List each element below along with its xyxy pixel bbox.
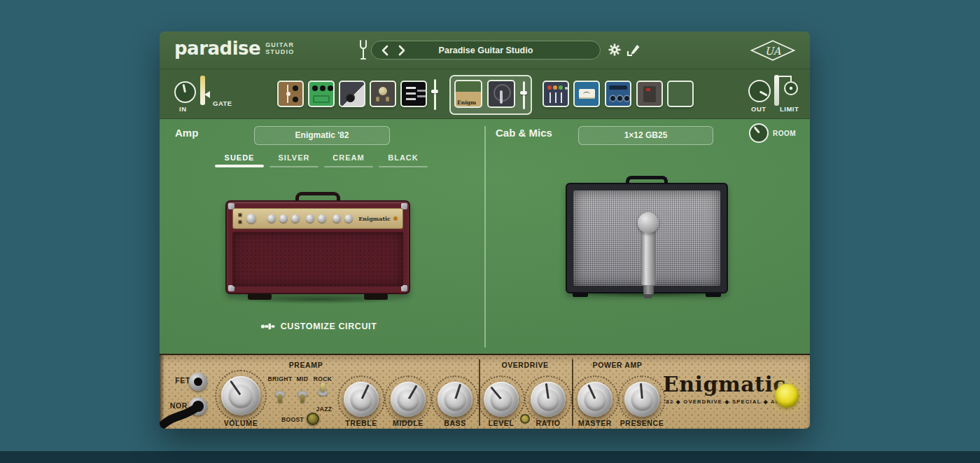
output-knob[interactable] [748, 80, 771, 102]
fet-input-jack[interactable] [189, 373, 207, 391]
amp-thumbnail-label: Enigm [457, 99, 476, 106]
cab-foot [706, 292, 721, 297]
master-knob[interactable] [578, 382, 612, 417]
output-knob-label: OUT [751, 105, 766, 113]
mid-switch[interactable] [297, 385, 308, 403]
amp-finish-tabs: SUEDE SILVER CREAM BLACK [212, 153, 430, 167]
room-knob-label: ROOM [773, 130, 796, 137]
overdrive-section-label: OVERDRIVE [483, 361, 567, 369]
volume-label: VOLUME [206, 419, 276, 427]
microphone-connector [643, 285, 654, 294]
amp-model-dropdown[interactable]: Enigmatic '82 [254, 126, 390, 145]
microphone-head [638, 212, 659, 233]
cab-image [566, 176, 728, 313]
amp-thumbnail[interactable]: Enigm [454, 80, 482, 108]
pedal-slot-phaser-dark[interactable] [370, 81, 396, 107]
rock-jazz-switch[interactable] [317, 383, 328, 402]
settings-gear-icon[interactable] [608, 43, 622, 57]
boost-label: BOOST [277, 416, 308, 423]
circuit-icon [260, 322, 276, 331]
cab-thumbnail[interactable] [487, 80, 515, 108]
fet-input-label: FET [165, 376, 190, 385]
pedal-slot-compressor[interactable] [277, 81, 304, 107]
amp-head-foot [364, 293, 388, 300]
microphone[interactable] [638, 212, 659, 313]
rock-label: ROCK [307, 375, 338, 382]
preset-bar[interactable]: Paradise Guitar Studio [371, 41, 601, 60]
tab-silver[interactable]: SILVER [267, 153, 321, 167]
amp-head-brand-text: Enigmatic [358, 215, 391, 222]
gate-meter [200, 76, 205, 105]
customize-circuit-label: CUSTOMIZE CIRCUIT [281, 322, 377, 331]
pedal-slot-rack-blue[interactable] [605, 81, 631, 107]
tab-cream[interactable]: CREAM [321, 153, 376, 167]
amp-head-image: Enigmatic [225, 192, 410, 304]
logo-subtitle: GUITARSTUDIO [265, 41, 294, 56]
amp-section-title: Amp [175, 127, 198, 139]
logo-wordmark: paradise [174, 39, 260, 57]
power-jewel-lamp[interactable] [775, 384, 799, 408]
limit-label: LIMIT [780, 105, 799, 113]
pedal-slot-compressor-vu-blue[interactable] [573, 81, 600, 107]
boost-button[interactable] [307, 413, 319, 425]
bright-switch[interactable] [274, 385, 286, 403]
pedal-slot-empty[interactable] [667, 81, 694, 107]
amp-level-fader[interactable] [520, 81, 527, 109]
pedal-slot-fuzz-silver[interactable] [339, 81, 365, 107]
pedal-slot-rack-black[interactable] [400, 81, 427, 107]
ua-diamond-logo: UA [750, 39, 796, 62]
room-knob[interactable] [749, 123, 769, 143]
input-knob[interactable] [174, 81, 196, 103]
limit-control[interactable] [773, 74, 804, 102]
chain-level-fader[interactable] [431, 79, 438, 110]
amp-head-foot [248, 293, 272, 300]
customize-circuit-button[interactable]: CUSTOMIZE CIRCUIT [244, 322, 393, 331]
enigmatic-brand: Enigmatic [654, 374, 794, 395]
preamp-section-label: PREAMP [264, 361, 348, 369]
plugin-window: paradise GUITARSTUDIO Paradise Guitar St… [160, 32, 810, 429]
desktop-background: paradise GUITARSTUDIO Paradise Guitar St… [0, 0, 980, 463]
pedal-slot-eq-navy[interactable] [542, 81, 569, 107]
poweramp-section-label: POWER AMP [575, 361, 659, 369]
preset-name[interactable]: Paradise Guitar Studio [372, 46, 600, 55]
amp-head-jewel [393, 216, 398, 221]
microphone-tip [644, 294, 652, 298]
treble-knob[interactable] [344, 382, 379, 417]
desktop-bottom-strip [0, 451, 980, 463]
cab-section-title: Cab & Mics [496, 127, 552, 139]
amp-control-panel: FET NOR VOLUME PREAMP BRIGHT MID ROCK JA… [160, 354, 810, 429]
nor-input-label: NOR [162, 401, 188, 410]
pedal-slot-overdrive-green[interactable] [308, 81, 335, 107]
jazz-label: JAZZ [309, 406, 340, 413]
enigmatic-tagline: '82 ◆ OVERDRIVE ◆ SPECIAL ◆ AMP [654, 399, 794, 405]
level-knob[interactable] [484, 382, 519, 417]
tab-black[interactable]: BLACK [376, 153, 430, 167]
gate-threshold-handle[interactable] [204, 91, 210, 98]
signal-chain-row: IN GATE Enigm [160, 69, 810, 119]
tuner-icon[interactable] [358, 39, 369, 61]
nor-input-jack[interactable] [189, 397, 207, 415]
input-knob-label: IN [179, 105, 187, 113]
volume-knob[interactable] [221, 376, 260, 415]
pedal-slot-unit-gray[interactable] [636, 81, 663, 107]
gate-label: GATE [213, 99, 232, 107]
amp-head-control-panel: Enigmatic [232, 208, 403, 229]
main-area: Amp Enigmatic '82 SUEDE SILVER CREAM BLA… [160, 119, 810, 354]
ratio-knob[interactable] [531, 382, 566, 417]
paradise-logo: paradise GUITARSTUDIO [174, 39, 294, 57]
bass-knob[interactable] [438, 382, 472, 417]
svg-text:UA: UA [765, 45, 781, 57]
header-bar: paradise GUITARSTUDIO Paradise Guitar St… [160, 32, 810, 69]
presence-label: PRESENCE [607, 419, 677, 427]
amp-head-grille [232, 232, 403, 286]
cab-model-dropdown[interactable]: 1×12 GB25 [578, 126, 713, 145]
middle-knob[interactable] [391, 382, 426, 417]
microphone-body [641, 232, 656, 285]
amp-cab-selected-group: Enigm [449, 75, 532, 115]
amp-head-body: Enigmatic [225, 200, 410, 294]
section-divider [484, 126, 486, 347]
edit-pencil-icon[interactable] [626, 43, 640, 57]
tab-suede[interactable]: SUEDE [212, 153, 267, 167]
cab-foot [573, 292, 588, 297]
